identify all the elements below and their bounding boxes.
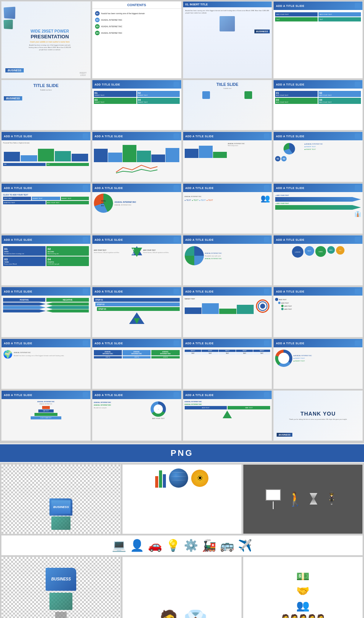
pos-neg-slide[interactable]: ADD A TITLE SLIDE POSITIVE NEGATIVE xyxy=(1,287,91,337)
target-text: TARGET TEXT xyxy=(185,298,254,300)
diag1-5: ADD YOUR TEXT xyxy=(46,201,89,204)
chart1-header: ADD A TITLE SLIDE xyxy=(2,132,90,140)
circle-diagram-slide[interactable]: ADD A TITLE SLIDE ASADAL INTERNET.INC Re… xyxy=(183,235,272,286)
chart-slide-1[interactable]: ADD A TITLE SLIDE Financial Year Sales o… xyxy=(1,131,91,182)
main-title-slide[interactable]: WIDE 29SET POWER PRESENTATION Insert you… xyxy=(1,1,91,79)
diag1-header: ADD A TITLE SLIDE xyxy=(2,184,90,192)
steps3-slide[interactable]: ADD A TITLE SLIDE ASADALINTERNET.INC ASA… xyxy=(92,339,182,389)
people-slide[interactable]: ADD A TITLE SLIDE ASADAL INTERNET.INC ● … xyxy=(183,183,272,234)
pos-label: POSITIVE xyxy=(3,298,45,302)
s3-1: ASADALINTERNET.INC xyxy=(94,350,122,355)
s3-2: ASADALINTERNET.INC xyxy=(123,350,151,355)
tree-text2: ADD TEXT xyxy=(281,302,289,304)
step1: STEP 01 xyxy=(94,298,180,302)
table-slide[interactable]: ADD A TITLE SLIDE TARGET INSERT TARGET I… xyxy=(183,339,272,389)
atv2-1: 01ADD YOUR TEXT xyxy=(275,91,318,97)
num1-c: 03 THIRD Korea since March xyxy=(3,256,46,266)
diagram-slide-1[interactable]: ADD A TITLE SLIDE CLICK TO ADD YOUR TEXT… xyxy=(1,183,91,234)
atv2-4: 04ADD YOUR TEXT xyxy=(318,98,361,104)
png-label: PNG xyxy=(0,444,364,462)
pyr-waytxt: WAY TEXT xyxy=(38,409,54,413)
chart-slide-4[interactable]: ADD A TITLE SLIDE ■ ASADAL INTERNET.INC … xyxy=(273,131,363,182)
num1-header: ADD A TITLE SLIDE xyxy=(2,235,90,244)
step-header: ADD A TITLE SLIDE xyxy=(92,287,181,296)
thankyou-body: Thank you for taking the time to view ou… xyxy=(289,418,347,421)
donut-text3: ■ INSERT TEXT xyxy=(293,360,361,362)
add-text-box-2: ADD YOUR TEXT xyxy=(318,12,361,16)
bubble5: YO xyxy=(336,246,344,255)
main-subtitle: Insert your subtitle or main author's na… xyxy=(27,41,73,43)
chart4-item1: ■ ASADAL INTERNET.INC xyxy=(305,143,361,145)
step-slide[interactable]: ADD A TITLE SLIDE STEP 01 STEP 02 STEP 0… xyxy=(92,287,182,337)
num1-b: 02 SECOND Web hosting site xyxy=(46,246,89,256)
contents-title: CONTENTS xyxy=(92,2,181,9)
cycle-slide[interactable]: ADD A TITLE SLIDE ASADAL INTERNET.INC AS… xyxy=(92,390,182,441)
thankyou-slide[interactable]: THANK YOU Thank you for taking the time … xyxy=(273,390,363,441)
num01: 01 xyxy=(275,156,280,161)
tree-slide[interactable]: ADD A TITLE SLIDE ADD TEXT ADD TEXT xyxy=(273,287,363,337)
td1: TEXT xyxy=(185,352,202,355)
final-slide[interactable]: ADD A TITLE SLIDE ASADAL INTERNET.INC AS… xyxy=(183,390,272,441)
chart1-text: Financial Year Sales or highest domain xyxy=(3,142,89,144)
ats-1: 01INSERT TEXT xyxy=(94,91,136,97)
add-text-header: ADD A TITLE SLIDE xyxy=(274,2,362,10)
arrow-slide[interactable]: ADD A TITLE SLIDE + ADD YOUR TEXT + ADD … xyxy=(273,183,363,234)
add-text-box-3: TexT xyxy=(275,17,318,21)
diag1-title: CLICK TO ADD YOUR TEXT xyxy=(3,194,89,196)
circle-slide[interactable]: ADD A TITLE SLIDE 43%60%85% ASADAL INTER… xyxy=(92,183,182,234)
title-slide-card[interactable]: TITLE SLIDE Subtitle text here BUSINESS xyxy=(1,80,91,130)
title-slide-big-label: TItLE SLIDE xyxy=(185,82,270,87)
th4: INSERT xyxy=(236,350,253,352)
globe-sub: Asadal has been running one of the bigge… xyxy=(14,355,89,357)
png-icons-row: 💻 👤 🚗 💡 ⚙️ 🚂 🚌 xyxy=(1,535,363,556)
chart4-item2: ■ INSERT TEXT xyxy=(305,146,361,148)
add-title-header: ADD TITLE SLIDE xyxy=(92,80,181,89)
bubble-slide[interactable]: ADD A TITLE SLIDE LOGOS TEXT DATA ADD YO xyxy=(273,235,363,286)
ab-addtext1: ADD YOUR TEXT xyxy=(94,249,130,251)
title-slide-sub: Subtitle text here xyxy=(5,89,87,91)
globe-header: ADD A TITLE SLIDE xyxy=(2,339,90,347)
globe-slide[interactable]: ADD A TITLE SLIDE 🌍 ASADAL INTERNET.INC … xyxy=(1,339,91,389)
circ-text1: ASADAL INTERNET.INC xyxy=(205,252,271,254)
num1-d: 04 FOURTH 3,000,000 people xyxy=(46,256,89,266)
contents-slide[interactable]: CONTENTS 01 Asadal has been running one … xyxy=(92,1,182,79)
chart4-header: ADD A TITLE SLIDE xyxy=(274,132,362,140)
add-title-slide-card[interactable]: ADD TITLE SLIDE 01INSERT TEXT 02INSERT T… xyxy=(92,80,182,130)
bubble2: TEXT xyxy=(305,246,314,256)
bubble3: DATA xyxy=(315,246,326,257)
tree-dot3 xyxy=(281,305,284,307)
cycle-text2: ASADAL INTERNET.INC xyxy=(94,404,136,406)
pyr-header: ADD A TITLE SLIDE xyxy=(2,391,90,399)
people-text: ASADAL INTERNET.INC xyxy=(185,196,259,198)
chart4-item3: ■ INSERT TEXT xyxy=(305,148,361,150)
chart3-text1: ASADAL INTERNET.INC xyxy=(228,143,270,145)
pyramid-slide[interactable]: ADD A TITLE SLIDE ASADAL INTERNET.INC AS… xyxy=(1,390,91,441)
ab-slide[interactable]: ADD A TITLE SLIDE ADD YOUR TEXT Internet… xyxy=(92,235,182,286)
target-slide[interactable]: ADD A TITLE SLIDE TARGET TEXT xyxy=(183,287,272,337)
insert-title-slide[interactable]: 01. INSERT TITLE Asadal has been running… xyxy=(183,1,272,79)
final-text1: ASADAL INTERNET.INC xyxy=(185,401,271,403)
donut-header: ADD A TITLE SLIDE xyxy=(274,339,362,347)
bub-header: ADD A TITLE SLIDE xyxy=(274,235,362,244)
main-pre-title: WIDE 29SET POWER xyxy=(27,29,73,34)
ab-body2: Internet Humans, 1358,adn regulations an… xyxy=(143,252,180,253)
title-slide-big[interactable]: TItLE SLIDE Subtitle text xyxy=(183,80,272,130)
asadal-sub: ASADAL INTERNET.INC xyxy=(115,204,180,206)
step2: STEP 02 xyxy=(95,302,180,306)
add-text-slide[interactable]: ADD A TITLE SLIDE ADD YOUR TEXT ADD YOUR… xyxy=(273,1,363,79)
chart-slide-3[interactable]: ADD A TITLE SLIDE ASADAL INTERNET.INC We… xyxy=(183,131,272,182)
s3-3: ASADALINTERNET.INC xyxy=(151,350,179,355)
donut-slide[interactable]: ADD A TITLE SLIDE ■ ASADAL INTERNET.INC … xyxy=(273,339,363,389)
td3: TEXT xyxy=(219,352,236,355)
chart-slide-2[interactable]: ADD A TITLE SLIDE xyxy=(92,131,182,182)
chart1-legend1: 2006 xyxy=(3,163,46,166)
text-label4: ● TEXT xyxy=(207,199,213,201)
asadal-title: ASADAL INTERNET.INC xyxy=(115,201,180,203)
posneg-header: ADD A TITLE SLIDE xyxy=(2,287,90,296)
add-title-slide-v2[interactable]: ADD A TITLE SLIDE 01ADD YOUR TEXT 02ADD … xyxy=(273,80,363,130)
numbered-slide-1[interactable]: ADD A TITLE SLIDE 01 FIRST Asadal has be… xyxy=(1,235,91,286)
tree-header: ADD A TITLE SLIDE xyxy=(274,287,362,296)
png-people: 🧑‍💼 👔 xyxy=(122,557,242,618)
add-title-v2-header: ADD A TITLE SLIDE xyxy=(274,80,362,89)
table-header: ADD A TITLE SLIDE xyxy=(183,339,272,347)
